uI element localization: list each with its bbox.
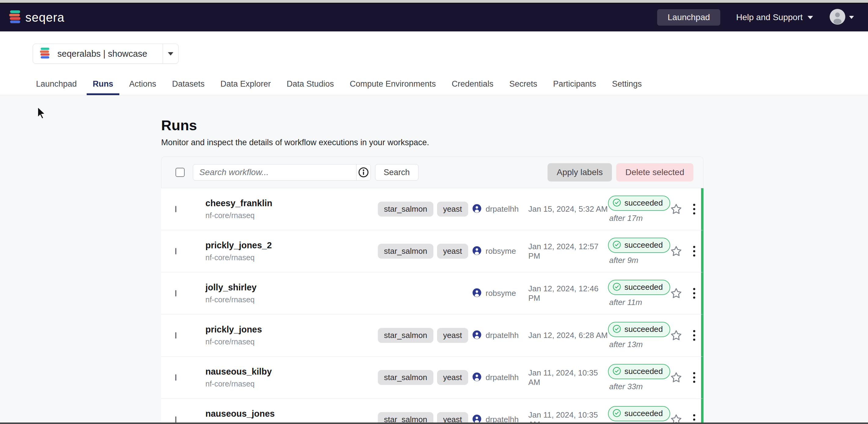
- run-user: drpatelhh: [472, 204, 528, 215]
- tab-actions[interactable]: Actions: [129, 73, 156, 95]
- star-icon: [670, 371, 683, 384]
- person-circle-icon: [472, 204, 482, 215]
- run-name[interactable]: prickly_jones_2: [206, 240, 378, 251]
- run-checkbox[interactable]: [175, 206, 177, 212]
- seqera-logo-icon: [40, 47, 50, 60]
- row-menu-button[interactable]: [685, 372, 704, 383]
- star-button[interactable]: [668, 202, 685, 216]
- kebab-menu-icon: [693, 204, 695, 215]
- workspace-name: seqeralabs | showcase: [57, 49, 147, 59]
- person-circle-icon: [472, 246, 482, 257]
- row-menu-button[interactable]: [685, 246, 704, 257]
- help-and-support-menu[interactable]: Help and Support: [736, 12, 813, 22]
- run-row[interactable]: cheesy_franklin nf-core/rnaseq star_salm…: [161, 188, 704, 230]
- run-status: succeeded after 9m: [608, 238, 668, 265]
- run-repo: nf-core/rnaseq: [206, 380, 378, 388]
- run-checkbox[interactable]: [175, 248, 177, 254]
- avatar-person-icon: [829, 8, 846, 27]
- tab-compute-environments[interactable]: Compute Environments: [350, 73, 436, 95]
- run-checkbox-cell: [161, 333, 206, 338]
- run-name[interactable]: nauseous_kilby: [206, 367, 378, 377]
- run-user: robsyme: [472, 246, 528, 257]
- run-labels: star_salmonyeast: [378, 244, 472, 259]
- run-checkbox-cell: [161, 417, 206, 422]
- run-checkbox[interactable]: [175, 332, 177, 338]
- run-row[interactable]: nauseous_kilby nf-core/rnaseq star_salmo…: [161, 357, 704, 399]
- search-button[interactable]: Search: [375, 164, 418, 181]
- launchpad-button[interactable]: Launchpad: [657, 9, 720, 26]
- person-circle-icon: [472, 330, 482, 341]
- check-circle-icon: [612, 198, 621, 208]
- run-name[interactable]: prickly_jones: [206, 325, 378, 335]
- run-checkbox[interactable]: [175, 416, 177, 423]
- info-icon[interactable]: [356, 164, 371, 180]
- run-status-label: succeeded: [624, 325, 663, 334]
- seqera-logo-icon: [9, 10, 21, 25]
- mouse-cursor-icon: [34, 105, 49, 121]
- run-status: succeeded after 11m: [608, 280, 668, 307]
- run-name[interactable]: cheesy_franklin: [206, 198, 378, 208]
- run-user: robsyme: [472, 288, 528, 299]
- run-user: drpatelhh: [472, 330, 528, 341]
- account-menu[interactable]: [829, 8, 854, 27]
- run-checkbox[interactable]: [175, 290, 177, 296]
- run-date: Jan 12, 2024, 12:46 PM: [528, 284, 608, 303]
- run-row[interactable]: nauseous_jones nf-core/rnaseq star_salmo…: [161, 399, 704, 424]
- tab-data-studios[interactable]: Data Studios: [287, 73, 334, 95]
- run-checkbox-cell: [161, 249, 206, 254]
- star-button[interactable]: [668, 287, 685, 300]
- run-labels: star_salmonyeast: [378, 202, 472, 217]
- run-row[interactable]: prickly_jones_2 nf-core/rnaseq star_salm…: [161, 230, 704, 272]
- apply-labels-button[interactable]: Apply labels: [548, 163, 612, 182]
- tab-participants[interactable]: Participants: [553, 73, 596, 95]
- tab-label: Settings: [612, 79, 642, 89]
- tab-label: Participants: [553, 79, 596, 89]
- status-badge: succeeded: [608, 322, 670, 337]
- page-title: Runs: [161, 117, 197, 134]
- tab-runs[interactable]: Runs: [93, 73, 114, 95]
- select-all-checkbox[interactable]: [176, 168, 185, 177]
- tab-secrets[interactable]: Secrets: [509, 73, 537, 95]
- run-checkbox-cell: [161, 375, 206, 380]
- run-label-pill: yeast: [437, 370, 468, 385]
- row-menu-button[interactable]: [685, 204, 704, 215]
- run-status: succeeded after 13m: [608, 322, 668, 349]
- workspace-header: seqeralabs | showcase LaunchpadRunsActio…: [0, 31, 868, 95]
- delete-selected-button[interactable]: Delete selected: [616, 163, 693, 182]
- run-duration: after 11m: [608, 298, 642, 307]
- run-status-label: succeeded: [624, 240, 663, 250]
- run-status-label: succeeded: [624, 409, 663, 418]
- run-checkbox-cell: [161, 206, 206, 212]
- tab-datasets[interactable]: Datasets: [172, 73, 205, 95]
- run-name[interactable]: jolly_shirley: [206, 283, 378, 293]
- run-row[interactable]: jolly_shirley nf-core/rnaseq robsyme Jan…: [161, 272, 704, 315]
- run-row[interactable]: prickly_jones nf-core/rnaseq star_salmon…: [161, 315, 704, 357]
- search-input[interactable]: [193, 164, 356, 180]
- top-navbar: seqera Launchpad Help and Support: [0, 3, 868, 31]
- tab-credentials[interactable]: Credentials: [452, 73, 494, 95]
- row-menu-button[interactable]: [685, 330, 704, 341]
- workspace-selector[interactable]: seqeralabs | showcase: [33, 44, 179, 64]
- tab-settings[interactable]: Settings: [612, 73, 642, 95]
- run-checkbox[interactable]: [175, 374, 177, 381]
- run-labels: star_salmonyeast: [378, 328, 472, 343]
- run-name-cell: jolly_shirley nf-core/rnaseq: [206, 283, 378, 304]
- run-repo: nf-core/rnaseq: [206, 253, 378, 262]
- run-name[interactable]: nauseous_jones: [206, 409, 378, 419]
- run-date: Jan 12, 2024, 12:57 PM: [528, 242, 608, 261]
- tab-label: Actions: [129, 79, 156, 89]
- run-status: succeeded after 17m: [608, 196, 668, 223]
- star-button[interactable]: [668, 329, 685, 342]
- window-top-edge: [0, 0, 868, 3]
- star-button[interactable]: [668, 244, 685, 258]
- tab-launchpad[interactable]: Launchpad: [36, 73, 77, 95]
- run-label-pill: star_salmon: [378, 244, 433, 259]
- brand[interactable]: seqera: [9, 10, 64, 25]
- run-label-pill: star_salmon: [378, 370, 433, 385]
- run-user: drpatelhh: [472, 372, 528, 383]
- row-menu-button[interactable]: [685, 288, 704, 299]
- check-circle-icon: [612, 324, 621, 335]
- tab-data-explorer[interactable]: Data Explorer: [220, 73, 271, 95]
- star-button[interactable]: [668, 371, 685, 384]
- workspace-selector-caret-button[interactable]: [163, 44, 178, 63]
